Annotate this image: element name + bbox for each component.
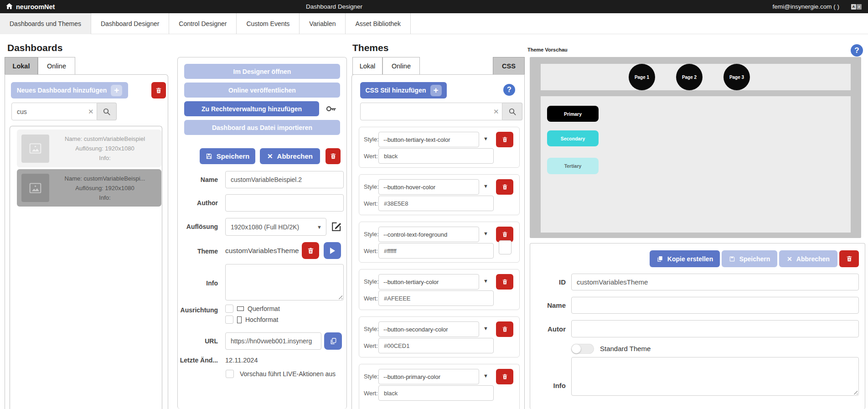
add-dashboard-button[interactable]: Neues Dashboard hinzufügen +	[11, 82, 128, 98]
copy-icon	[330, 337, 337, 345]
publish-online-button[interactable]: Online veröffentlichen	[184, 83, 340, 98]
style-value-input[interactable]	[378, 385, 494, 401]
style-select[interactable]: --button-hover-color	[378, 179, 479, 195]
style-value-input[interactable]	[378, 196, 494, 211]
delete-theme-button[interactable]	[839, 250, 859, 267]
theme-id-field[interactable]	[571, 274, 859, 290]
delete-style-button[interactable]	[496, 179, 513, 195]
style-value-input[interactable]	[378, 290, 494, 306]
resolution-select[interactable]: 1920x1080 (Full HD/2K) ▼	[225, 218, 326, 236]
tab-variablen[interactable]: Variablen	[300, 13, 346, 34]
remove-theme-button[interactable]	[302, 242, 319, 259]
delete-style-button[interactable]	[496, 274, 513, 290]
color-swatch[interactable]	[499, 240, 512, 254]
brand[interactable]: neuroomNet	[0, 3, 55, 10]
add-css-style-button[interactable]: CSS Stil hinzufügen +	[360, 82, 447, 98]
tab-asset-bibliothek[interactable]: Asset Bibliothek	[346, 13, 411, 34]
themes-search-input[interactable]	[360, 103, 502, 120]
chevron-down-icon[interactable]: ▼	[483, 231, 488, 236]
wert-label: Wert:	[364, 295, 378, 302]
preview-primary-button[interactable]: Primary	[547, 106, 599, 122]
topbar: neuroomNet Dashboard Designer femi@insyn…	[0, 0, 868, 13]
chevron-down-icon[interactable]: ▼	[483, 136, 488, 141]
delete-dashboard-button[interactable]	[151, 82, 166, 98]
author-field[interactable]	[225, 194, 344, 212]
key-icon[interactable]	[325, 103, 336, 116]
themes-tab-online[interactable]: Online	[382, 57, 420, 75]
import-dashboard-button[interactable]: Dashboard aus Datei importieren	[184, 120, 340, 135]
delete-style-button[interactable]	[496, 369, 513, 384]
clear-search-icon[interactable]: ✕	[88, 108, 94, 116]
delete-detail-button[interactable]	[326, 148, 341, 164]
portrait-checkbox[interactable]	[225, 316, 233, 324]
theme-name-field[interactable]	[571, 297, 859, 314]
add-to-rights-button[interactable]: Zu Rechteverwaltung hinzufügen	[184, 101, 319, 116]
page-help-icon[interactable]: ?	[851, 44, 863, 57]
dashboard-list-item-selected[interactable]: Name: customVariableBeispi... Auflösung:…	[17, 169, 161, 207]
themes-tab-lokal[interactable]: Lokal	[352, 57, 382, 75]
cancel-dashboard-button[interactable]: ✕ Abbrechen	[260, 148, 320, 164]
dashboards-tab-online[interactable]: Online	[38, 57, 75, 75]
style-value-input[interactable]	[378, 243, 494, 259]
delete-style-button[interactable]	[496, 227, 513, 242]
preview-tertiary-button[interactable]: Tertiary	[547, 158, 599, 174]
preview-secondary-button[interactable]: Secondary	[547, 130, 599, 146]
style-label: Style:	[364, 278, 379, 285]
tab-control-designer[interactable]: Control Designer	[169, 13, 237, 34]
theme-autor-field[interactable]	[571, 320, 859, 337]
dashboards-search-button[interactable]	[97, 103, 117, 120]
standard-theme-toggle[interactable]	[571, 344, 594, 354]
preview-page-button[interactable]: Page 3	[723, 64, 750, 90]
live-actions-checkbox[interactable]	[226, 370, 234, 378]
info-field[interactable]	[225, 264, 344, 300]
style-select[interactable]: --control-text-foreground	[378, 227, 479, 242]
wert-label: Wert:	[364, 342, 378, 349]
modified-value: 12.11.2024	[225, 357, 258, 364]
home-icon[interactable]	[6, 3, 13, 10]
style-value-input[interactable]	[378, 338, 494, 353]
style-select[interactable]: --button-secondary-color	[378, 321, 479, 337]
landscape-checkbox[interactable]	[225, 305, 233, 313]
chevron-down-icon[interactable]: ▼	[483, 326, 488, 331]
open-in-designer-button[interactable]: Im Designer öffnen	[184, 64, 340, 79]
clear-search-icon[interactable]: ✕	[493, 108, 499, 116]
apply-theme-button[interactable]	[324, 242, 341, 259]
save-dashboard-button[interactable]: Speichern	[200, 148, 255, 164]
dashboard-list-item[interactable]: Name: customVariableBeispiel Auflösung: …	[17, 129, 161, 167]
name-field[interactable]	[225, 171, 344, 188]
style-select[interactable]: --button-tertiary-text-color	[378, 132, 479, 147]
url-field[interactable]	[225, 332, 321, 350]
css-style-card: Style: --control-text-foreground ▼ Wert:	[359, 222, 520, 263]
modified-label: Letzte Änd...	[177, 357, 218, 364]
style-select[interactable]: --button-primary-color	[378, 369, 479, 384]
language-switcher-icon[interactable]: A z	[851, 4, 862, 10]
create-copy-button[interactable]: Kopie erstellen	[650, 250, 720, 267]
chevron-down-icon[interactable]: ▼	[483, 183, 488, 189]
chevron-down-icon[interactable]: ▼	[483, 278, 488, 284]
user-email[interactable]: femi@insynergie.com ( )	[773, 3, 840, 10]
themes-search-button[interactable]	[502, 103, 522, 120]
copy-url-button[interactable]	[324, 332, 342, 350]
theme-info-field[interactable]	[571, 357, 859, 396]
delete-style-button[interactable]	[496, 132, 513, 147]
dashboards-tab-lokal[interactable]: Lokal	[5, 57, 38, 75]
trash-icon	[502, 231, 508, 238]
css-help-icon[interactable]: ?	[503, 84, 515, 96]
style-select[interactable]: --button-tertiary-color	[378, 274, 479, 290]
save-theme-button[interactable]: Speichern	[722, 250, 777, 267]
main-nav: Dashboards und Themes Dashboard Designer…	[0, 13, 868, 34]
delete-style-button[interactable]	[496, 321, 513, 337]
cancel-theme-button[interactable]: ✕ Abbrechen	[779, 250, 837, 267]
style-label: Style:	[364, 231, 379, 238]
edit-resolution-icon[interactable]	[330, 220, 343, 235]
style-value-input[interactable]	[378, 148, 494, 164]
preview-page-button[interactable]: Page 1	[629, 64, 655, 90]
dashboards-search-input[interactable]	[11, 103, 97, 120]
chevron-down-icon[interactable]: ▼	[483, 373, 488, 378]
tab-custom-events[interactable]: Custom Events	[237, 13, 300, 34]
preview-page-button[interactable]: Page 2	[676, 64, 703, 90]
tab-dashboard-designer[interactable]: Dashboard Designer	[91, 13, 169, 34]
trash-icon	[502, 279, 508, 285]
tab-dashboards-und-themes[interactable]: Dashboards und Themes	[0, 13, 91, 34]
themes-tab-css[interactable]: CSS	[493, 57, 525, 75]
